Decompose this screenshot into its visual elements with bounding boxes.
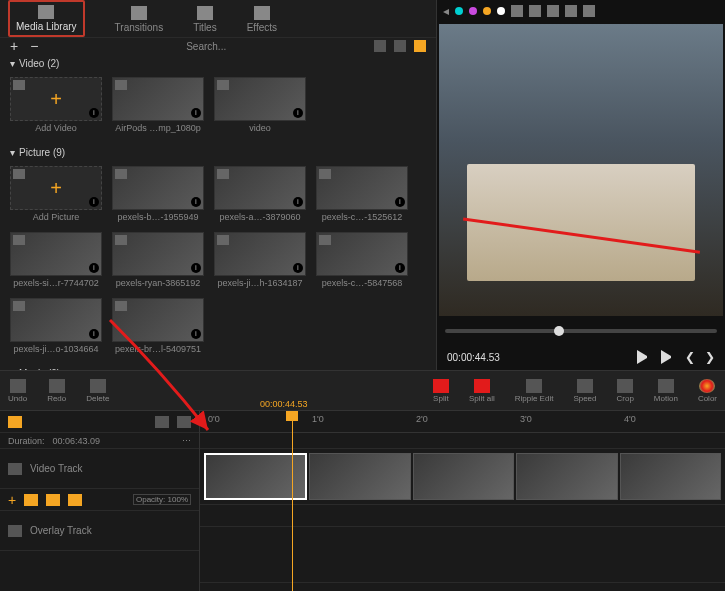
overlay-track-clips[interactable] [200,527,725,583]
ruler-tick: 2'0 [416,414,428,424]
section-label: Picture (9) [19,147,65,158]
snap-icon[interactable] [565,5,577,17]
step-back-button[interactable]: ❮ [685,350,695,364]
clip[interactable] [413,453,514,500]
thumb-name: pexels-b…-1955949 [112,212,204,222]
media-thumb[interactable]: pexels-br…l-5409751 [112,298,204,354]
media-thumb[interactable]: pexels-a…-3879060 [214,166,306,222]
crop-icon [617,379,633,393]
undo-icon [10,379,26,393]
tool-label: Crop [617,394,634,403]
ruler-tick: 4'0 [624,414,636,424]
remove-item-button[interactable]: − [30,38,38,54]
playhead-time: 00:00:44.53 [260,399,308,409]
tool-label: Redo [47,394,66,403]
motion-button[interactable]: Motion [654,379,678,403]
thumb-name: pexels-ji…o-1034664 [10,344,102,354]
add-track-button[interactable] [0,411,199,433]
media-thumb[interactable]: AirPods …mp_1080p [112,77,204,133]
video-thumbs: +Add VideoAirPods …mp_1080pvideo [0,73,436,143]
opacity-field[interactable]: Opacity: 100% [133,494,191,505]
tab-media-library[interactable]: Media Library [8,0,85,37]
video-track-head[interactable]: Video Track [0,449,199,489]
undo-button[interactable]: Undo [8,379,27,403]
more-icon[interactable]: ⋯ [182,436,191,446]
panel-view-icon[interactable] [414,40,426,52]
add-picture-button[interactable]: +Add Picture [10,166,102,222]
marker-cyan[interactable] [455,7,463,15]
toolbar-prev-icon[interactable]: ◂ [443,4,449,18]
motion-icon [658,379,674,393]
tool-label: Speed [573,394,596,403]
crop-button[interactable]: Crop [617,379,634,403]
split-button[interactable]: Split [433,379,449,403]
tab-titles[interactable]: Titles [193,6,217,37]
media-thumb[interactable]: video [214,77,306,133]
video-track-clips[interactable] [200,449,725,505]
add-video-button[interactable]: +Add Video [10,77,102,133]
playhead[interactable] [292,411,293,591]
mute-icon[interactable] [46,494,60,506]
add-item-button[interactable]: + [10,38,18,54]
cursor-tool-icon[interactable] [511,5,523,17]
visibility-icon[interactable] [583,5,595,17]
thumb-name: pexels-c…-1525612 [316,212,408,222]
lock-icon[interactable] [155,416,169,428]
grid-view-icon[interactable] [374,40,386,52]
eye-icon[interactable] [68,494,82,506]
thumb-name: pexels-si…r-7744702 [10,278,102,288]
play-button[interactable] [637,350,651,364]
tab-effects[interactable]: Effects [247,6,277,37]
duration-value: 00:06:43.09 [53,436,101,446]
time-ruler[interactable]: 00:00:44.53 0'01'02'03'04'05' [200,411,725,433]
duration-row: Duration: 00:06:43.09 ⋯ [0,433,199,449]
preview-scrubber[interactable] [445,329,717,333]
titles-icon [197,6,213,20]
add-track-icon [8,416,22,428]
add-overlay-button[interactable]: + Opacity: 100% [0,489,199,511]
delete-button[interactable]: Delete [86,379,109,403]
marker-magenta[interactable] [469,7,477,15]
lock-icon[interactable] [24,494,38,506]
tool-label: Split [433,394,449,403]
redo-button[interactable]: Redo [47,379,66,403]
search-input[interactable]: Search... [50,41,362,52]
ripple-edit-button[interactable]: Ripple Edit [515,379,554,403]
marker-white[interactable] [497,7,505,15]
tool-label: Undo [8,394,27,403]
tool-label: Delete [86,394,109,403]
selection-tool-icon[interactable] [529,5,541,17]
thumb-image [112,77,204,121]
clip[interactable] [516,453,617,500]
media-thumb[interactable]: pexels-ji…o-1034664 [10,298,102,354]
media-thumb[interactable]: pexels-ji…h-1634187 [214,232,306,288]
split-all-button[interactable]: Split all [469,379,495,403]
color-icon [699,379,715,393]
speed-button[interactable]: Speed [573,379,596,403]
step-fwd-button[interactable]: ❯ [705,350,715,364]
list-view-icon[interactable] [394,40,406,52]
media-thumb[interactable]: pexels-c…-1525612 [316,166,408,222]
tool-label: Ripple Edit [515,394,554,403]
lock-icon[interactable] [547,5,559,17]
media-thumb[interactable]: pexels-ryan-3865192 [112,232,204,288]
overlay-track-head[interactable]: Overlay Track [0,511,199,551]
clip[interactable] [309,453,410,500]
preview-viewport[interactable] [439,24,723,316]
clip[interactable] [620,453,721,500]
marker-orange[interactable] [483,7,491,15]
timeline-toolbar: Undo Redo Delete Split Split all Ripple … [0,370,725,410]
section-video[interactable]: ▾ Video (2) [0,54,436,73]
tab-transitions[interactable]: Transitions [115,6,164,37]
tab-label: Effects [247,22,277,33]
thumb-image [214,232,306,276]
color-button[interactable]: Color [698,379,717,403]
magnet-icon[interactable] [177,416,191,428]
media-thumb[interactable]: pexels-si…r-7744702 [10,232,102,288]
thumb-image [316,232,408,276]
play-next-button[interactable] [661,350,675,364]
thumb-image [112,166,204,210]
media-thumb[interactable]: pexels-b…-1955949 [112,166,204,222]
section-picture[interactable]: ▾ Picture (9) [0,143,436,162]
media-thumb[interactable]: pexels-c…-5847568 [316,232,408,288]
